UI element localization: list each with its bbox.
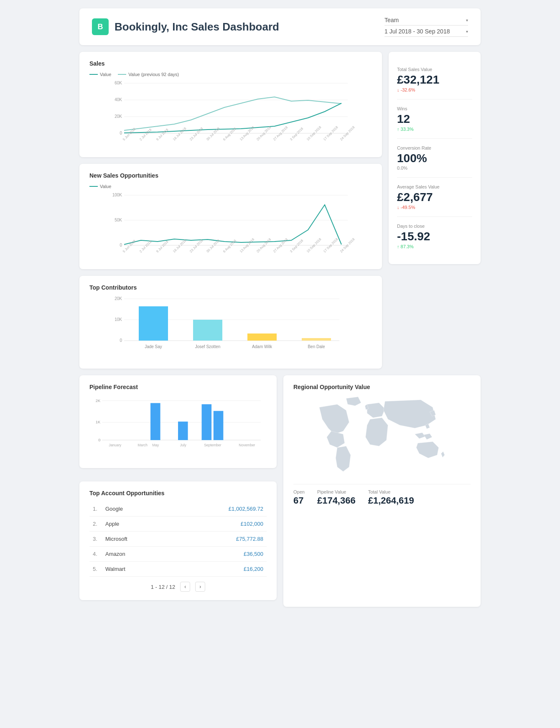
table-row: 5. Walmart £16,200 [89,562,267,577]
name-cell: Google [102,501,169,517]
team-dropdown[interactable]: Team ▾ [384,17,468,25]
svg-text:Ben Dale: Ben Dale [308,344,325,349]
rank-cell: 4. [89,547,102,562]
prev-page-button[interactable]: ‹ [180,582,190,592]
wins-stat: Wins 12 ↑ 33.3% [397,99,472,139]
svg-text:0: 0 [98,438,100,442]
table-row: 1. Google £1,002,569.72 [89,501,267,517]
svg-rect-63 [178,422,188,440]
bottom-section: Pipeline Forecast 2K 1K 0 [79,375,481,607]
accounts-table: 1. Google £1,002,569.72 2. Apple £102,00… [89,501,267,577]
svg-text:50K: 50K [115,218,122,222]
svg-text:20K: 20K [115,114,122,119]
open-stat: Open 67 [293,489,305,506]
total-sales-stat: Total Sales Value £32,121 ↓ -32.6% [397,60,472,99]
svg-text:0: 0 [120,243,122,247]
stats-panel-wrapper: Total Sales Value £32,121 ↓ -32.6% Wins … [389,52,481,264]
value-cell: £1,002,569.72 [169,501,267,517]
legend-value-line [89,74,98,75]
svg-rect-64 [202,404,212,440]
days-change: ↑ 87.3% [397,244,472,249]
pipeline-value-stat: Pipeline Value £174,366 [317,489,356,506]
svg-text:40K: 40K [115,97,122,102]
name-cell: Amazon [102,547,169,562]
svg-rect-62 [150,403,160,440]
avg-sales-value: £2,677 [397,191,472,204]
sales-chart-legend: Value Value (previous 92 days) [89,72,372,77]
svg-rect-50 [247,333,277,341]
new-sales-chart-title: New Sales Opportunities [89,172,372,179]
wins-value: 12 [397,113,472,126]
conversion-label: Conversion Rate [397,145,472,150]
team-label: Team [384,17,399,23]
date-range-dropdown[interactable]: 1 Jul 2018 - 30 Sep 2018 ▾ [384,28,468,37]
regional-card: Regional Opportunity Value .land{fill:#d… [283,375,481,607]
header-card: B Bookingly, Inc Sales Dashboard Team ▾ … [79,8,481,45]
next-page-button[interactable]: › [195,582,205,592]
pipeline-chart-svg: 2K 1K 0 [89,395,267,458]
legend-prev-line [118,74,126,75]
conversion-stat: Conversion Rate 100% 0.0% [397,139,472,178]
rank-cell: 2. [89,517,102,532]
legend-prev: Value (previous 92 days) [118,72,179,77]
avg-sales-change: ↓ -49.5% [397,205,472,210]
svg-text:Josef Szotten: Josef Szotten [195,344,221,349]
sales-chart-section: Sales Value Value (previous 92 days) 60K [79,52,382,157]
svg-text:March: March [137,443,148,447]
wins-label: Wins [397,106,472,111]
team-arrow: ▾ [466,18,468,23]
svg-text:30 Jul 2018: 30 Jul 2018 [206,126,221,141]
svg-text:Jade Say: Jade Say [145,344,162,349]
value-cell: £75,772.88 [169,532,267,547]
svg-text:20K: 20K [115,296,122,301]
total-sales-value: £32,121 [397,74,472,87]
avg-sales-stat: Average Sales Value £2,677 ↓ -49.5% [397,178,472,217]
svg-text:May: May [152,443,159,447]
new-sales-chart-section: New Sales Opportunities Value 100K 50K 0 [79,164,382,269]
bottom-right: Regional Opportunity Value .land{fill:#d… [283,375,481,607]
svg-text:January: January [109,443,122,447]
svg-text:10K: 10K [115,317,122,322]
days-stat: Days to close -15.92 ↑ 87.3% [397,217,472,256]
conversion-change: 0.0% [397,165,472,171]
days-value: -15.92 [397,230,472,243]
table-row: 4. Amazon £36,500 [89,547,267,562]
pagination: 1 - 12 / 12 ‹ › [89,582,267,592]
new-sales-chart-container: 100K 50K 0 5 Jun 2018 2 Jul 2018 9 Jul 2… [89,192,372,261]
open-value: 67 [293,495,305,506]
sales-chart-container: 60K 40K 20K 0 5 Jun 20 [89,80,372,149]
new-sales-legend-value: Value [89,184,111,189]
new-sales-legend: Value [89,184,372,189]
pagination-label: 1 - 12 / 12 [151,584,176,590]
svg-text:6 Aug 2018: 6 Aug 2018 [222,239,237,253]
date-range-label: 1 Jul 2018 - 30 Sep 2018 [384,28,450,35]
contributors-title: Top Contributors [89,284,372,291]
svg-text:Adam Wilk: Adam Wilk [252,344,272,349]
svg-text:5 Jun 2018: 5 Jun 2018 [122,127,137,142]
name-cell: Walmart [102,562,169,577]
stats-panel: Total Sales Value £32,121 ↓ -32.6% Wins … [389,52,481,264]
legend-prev-label: Value (previous 92 days) [128,72,179,77]
conversion-value: 100% [397,152,472,165]
svg-rect-48 [139,306,168,341]
map-stats: Open 67 Pipeline Value £174,366 Total Va… [293,484,471,506]
rank-cell: 1. [89,501,102,517]
header-left: B Bookingly, Inc Sales Dashboard [92,18,279,35]
svg-text:23 Jul 2018: 23 Jul 2018 [189,126,204,141]
wins-change: ↑ 33.3% [397,127,472,132]
svg-text:July: July [180,443,187,447]
svg-text:September: September [204,443,221,447]
avg-sales-label: Average Sales Value [397,184,472,189]
svg-text:0: 0 [120,338,122,343]
dashboard: B Bookingly, Inc Sales Dashboard Team ▾ … [79,8,481,720]
svg-text:0: 0 [120,131,122,135]
regional-title: Regional Opportunity Value [293,384,471,390]
pipeline-chart-container: 2K 1K 0 [89,395,267,460]
world-map-svg: .land{fill:#d0d8e0;stroke:#fff;stroke-wi… [293,395,471,479]
svg-text:2K: 2K [96,398,101,403]
svg-rect-49 [193,320,222,341]
pipeline-section: Pipeline Forecast 2K 1K 0 [79,375,277,468]
svg-text:30 Jul 2018: 30 Jul 2018 [206,238,221,253]
contributors-chart-container: 20K 10K 0 [89,296,372,360]
svg-text:16 Jul 2018: 16 Jul 2018 [172,238,187,253]
